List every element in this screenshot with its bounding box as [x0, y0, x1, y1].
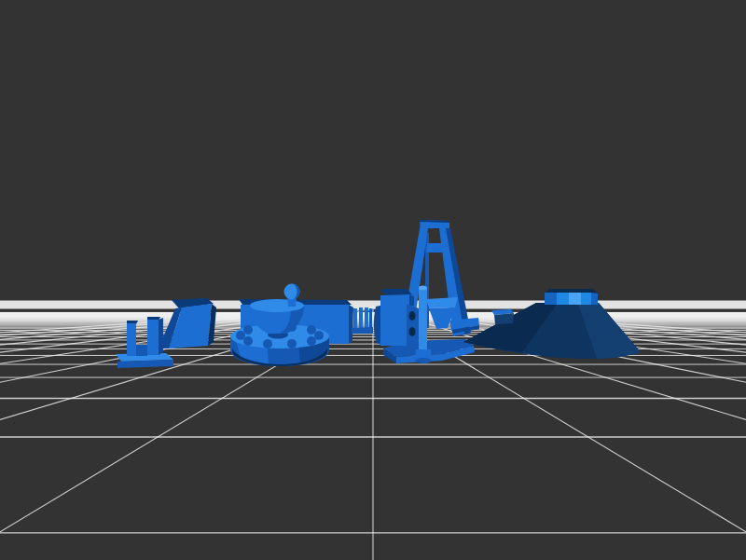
- rack-slat: [365, 307, 368, 330]
- bearing-ball: [263, 339, 272, 348]
- bearing-ball: [314, 331, 324, 340]
- hopper-rim: [426, 297, 458, 308]
- bearing-ball: [307, 336, 316, 346]
- pole-foot-base: [415, 358, 432, 363]
- rack-slat: [359, 307, 363, 330]
- ground-grid: [0, 301, 746, 560]
- backplate-edge: [349, 305, 353, 344]
- bearing-ball: [243, 336, 253, 346]
- rim-facet: [581, 293, 591, 305]
- canister-hole: [409, 327, 416, 336]
- rim-facet: [545, 293, 557, 305]
- bearing-ball: [307, 325, 316, 335]
- bearing-ball: [243, 325, 253, 335]
- canister-front: [380, 304, 407, 346]
- viewport-3d[interactable]: [0, 0, 746, 560]
- bearing-ball: [287, 339, 297, 348]
- rack-slat: [369, 308, 372, 330]
- canister-hole: [409, 311, 416, 321]
- bracket-left-post: [127, 323, 136, 356]
- model-slat-rack[interactable]: [352, 307, 373, 334]
- model-canister[interactable]: [374, 289, 419, 346]
- bearing-ball: [236, 331, 245, 340]
- pole-top: [419, 286, 427, 291]
- bracket-web: [136, 345, 147, 356]
- rack-slat: [353, 308, 357, 330]
- rim-facet: [569, 293, 581, 305]
- pole: [419, 288, 427, 353]
- lid-side: [409, 294, 414, 306]
- cone-tab-front: [494, 313, 514, 324]
- lid-top: [380, 289, 412, 295]
- rim-facet: [557, 293, 569, 305]
- scene-canvas[interactable]: [0, 0, 746, 560]
- model-mortar-pedestal[interactable]: [230, 284, 353, 367]
- bracket-right-post-side: [159, 318, 163, 355]
- rack-base: [352, 327, 373, 334]
- canister-right-side: [407, 304, 419, 346]
- rim-facet: [591, 293, 598, 305]
- bracket-right-post: [147, 320, 159, 355]
- derrick-crossbar: [426, 243, 447, 253]
